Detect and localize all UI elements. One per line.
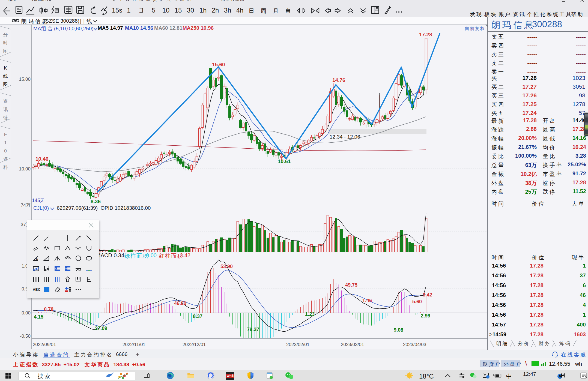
svg-text:74万: 74万 — [21, 203, 31, 208]
svg-text:图: 图 — [3, 49, 8, 54]
svg-text:线: 线 — [3, 74, 8, 79]
svg-text:27.09: 27.09 — [95, 326, 107, 331]
svg-text:14.76: 14.76 — [332, 77, 345, 83]
svg-text:10.61: 10.61 — [278, 158, 291, 164]
svg-text:1: 1 — [4, 140, 7, 145]
svg-text:2023/04/03: 2023/04/03 — [403, 342, 426, 347]
svg-text:2022/09/01: 2022/09/01 — [33, 342, 56, 347]
svg-text:分: 分 — [3, 32, 8, 37]
svg-text:9.08: 9.08 — [394, 327, 403, 333]
svg-text:17.28: 17.28 — [419, 32, 432, 37]
svg-text:12.34 - 12.06: 12.34 - 12.06 — [330, 134, 360, 140]
svg-text:资: 资 — [3, 99, 8, 104]
svg-text:ABC: ABC — [33, 287, 41, 292]
svg-text:49.75: 49.75 — [345, 282, 357, 288]
svg-text:5.60: 5.60 — [412, 299, 422, 304]
svg-text:10.46: 10.46 — [35, 156, 49, 162]
svg-text:K: K — [4, 65, 7, 71]
svg-text:8.37: 8.37 — [193, 314, 202, 319]
svg-text:10.00: 10.00 — [19, 166, 31, 172]
svg-text:天: 天 — [40, 198, 44, 203]
svg-text:15.60: 15.60 — [212, 62, 225, 67]
svg-text:%: % — [65, 267, 67, 270]
svg-text:145: 145 — [32, 198, 40, 203]
svg-text:讯: 讯 — [3, 107, 8, 112]
svg-text:15.00: 15.00 — [19, 77, 31, 82]
svg-text:3.42: 3.42 — [423, 292, 432, 298]
svg-text:0.00: 0.00 — [22, 310, 31, 316]
svg-text:2023/03/01: 2023/03/01 — [341, 342, 364, 347]
svg-text:46.80: 46.80 — [174, 301, 186, 306]
svg-text:79.37: 79.37 — [247, 327, 259, 332]
svg-text:2.99: 2.99 — [421, 313, 430, 319]
svg-text:资: 资 — [3, 157, 8, 162]
svg-text:料: 料 — [3, 165, 8, 170]
svg-text:1.46: 1.46 — [362, 298, 372, 303]
svg-text:F: F — [4, 132, 7, 137]
svg-text:2022/12/01: 2022/12/01 — [183, 342, 206, 347]
svg-text:向前复权: 向前复权 — [465, 26, 485, 31]
svg-text:图: 图 — [3, 82, 8, 87]
svg-text:1.23: 1.23 — [305, 311, 315, 317]
svg-text:0.78: 0.78 — [44, 307, 53, 312]
svg-text:链: 链 — [3, 115, 8, 120]
svg-text:2023/02/01: 2023/02/01 — [286, 342, 309, 347]
svg-text:G: G — [36, 257, 38, 260]
svg-text:8.36: 8.36 — [91, 199, 101, 204]
svg-text:4.15: 4.15 — [34, 314, 43, 320]
svg-text:2022/11/01: 2022/11/01 — [123, 342, 145, 347]
svg-text:0: 0 — [4, 148, 7, 154]
svg-text:时: 时 — [3, 40, 8, 46]
svg-text:53.90: 53.90 — [220, 264, 233, 269]
svg-text:-0.50: -0.50 — [20, 334, 31, 339]
svg-text:G: G — [55, 267, 57, 270]
